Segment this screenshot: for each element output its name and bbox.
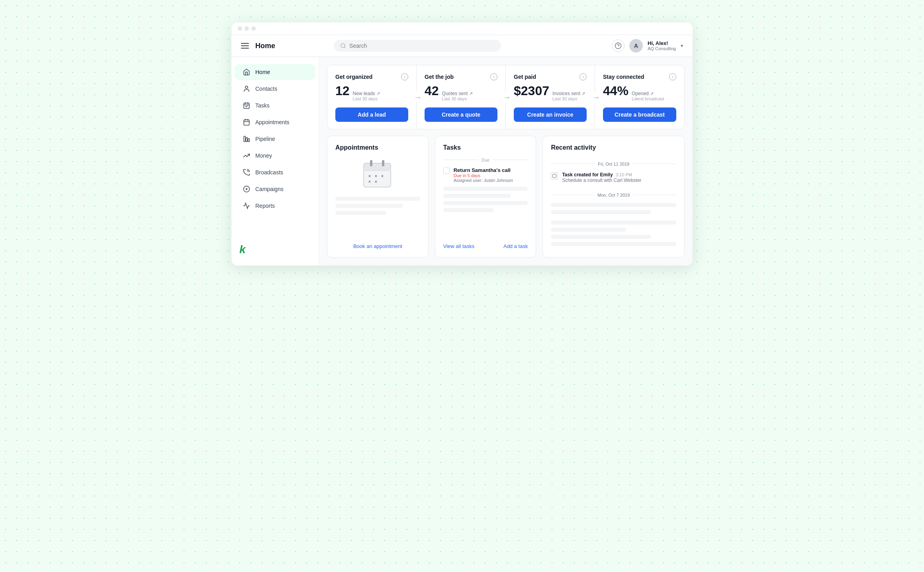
user-name: Hi, Alex! [648,40,676,47]
user-info: Hi, Alex! AQ Consulting [648,40,676,52]
info-icon-organized[interactable]: i [401,73,408,80]
svg-rect-21 [382,160,384,166]
sidebar-label-pipeline: Pipeline [255,136,275,142]
stat-card-paid: Get paid i $2307 Invoices sent ↗ Last 30… [506,65,595,129]
skeleton-a1 [551,203,676,207]
stat-title-paid: Get paid [514,74,536,80]
activity-item-1: Task created for Emily 3:10 PM Schedule … [551,172,676,183]
hamburger-icon[interactable] [241,43,249,49]
stat-card-job: Get the job i 42 Quotes sent ↗ Last 30 d… [417,65,506,129]
svg-rect-19 [364,168,391,170]
campaigns-icon [243,185,251,193]
tasks-card-title: Tasks [443,144,528,151]
tasks-card: Tasks Due Return Samantha's call Due in … [435,136,536,258]
skeleton-a5 [551,235,651,239]
skeleton-a3 [551,221,676,225]
stat-label-organized: New leads ↗ [353,91,380,96]
sidebar-item-pipeline[interactable]: Pipeline [235,131,315,147]
appointments-card-title: Appointments [335,144,420,151]
task-due: Due in 5 days [454,173,513,178]
stats-row: Get organized i 12 New leads ↗ Last 30 d… [327,65,685,129]
info-icon-paid[interactable]: i [579,73,587,80]
activity-who-1: Task created for Emily [562,172,613,178]
create-invoice-button[interactable]: Create an invoice [514,107,587,122]
stat-number-connected: 44% [603,84,628,97]
task-assigned: Assigned user: Justin Johnson [454,178,513,183]
task-details: Return Samantha's call Due in 5 days Ass… [454,167,513,183]
svg-point-16 [246,189,247,190]
activity-card: Recent activity Fri, Oct 11 2019 Task cr… [542,136,685,258]
add-lead-button[interactable]: Add a lead [335,107,408,122]
task-checkbox[interactable] [443,168,450,174]
svg-rect-20 [370,160,372,166]
skeleton-a6 [551,242,676,246]
task-due-divider: Due [443,156,528,163]
tasks-icon [243,102,251,109]
appointments-card: Appointments × × [327,136,429,258]
sidebar-item-reports[interactable]: Reports [235,198,315,214]
stat-sublabel-paid: Last 30 days [552,96,585,101]
arrow-divider-2: → [503,92,511,103]
svg-rect-9 [244,120,249,125]
sidebar-item-appointments[interactable]: Appointments [235,114,315,130]
sidebar-label-reports: Reports [255,203,275,209]
create-broadcast-button[interactable]: Create a broadcast [603,107,676,122]
add-task-link[interactable]: Add a task [503,243,528,249]
title-bar [231,22,693,35]
sidebar-item-campaigns[interactable]: Campaigns [235,181,315,197]
skeleton-t3 [443,201,528,205]
stat-title-job: Get the job [425,74,454,80]
sidebar-label-home: Home [255,69,270,75]
stat-sublabel-job: Last 30 days [442,96,473,101]
activity-time-1: 3:10 PM [616,172,632,177]
create-quote-button[interactable]: Create a quote [425,107,497,122]
activity-text-1: Task created for Emily 3:10 PM Schedule … [562,172,641,183]
sidebar-label-appointments: Appointments [255,119,290,125]
search-icon [340,43,346,49]
search-bar [334,40,501,52]
stat-card-connected: Stay connected i 44% Opened ↗ Latest bro… [595,65,684,129]
bottom-row: Appointments × × [327,136,685,258]
view-all-tasks-link[interactable]: View all tasks [443,243,475,249]
skeleton-a2 [551,210,651,214]
sidebar-item-tasks[interactable]: Tasks [235,98,315,113]
pipeline-icon [243,135,251,143]
avatar: A [629,39,643,53]
stat-label-connected: Opened ↗ [632,91,664,96]
info-icon-job[interactable]: i [490,73,497,80]
home-icon [243,68,251,76]
stat-card-organized: Get organized i 12 New leads ↗ Last 30 d… [327,65,417,129]
tasks-card-footer: View all tasks Add a task [443,239,528,249]
sidebar-item-broadcasts[interactable]: Broadcasts [235,164,315,180]
svg-text:×: × [368,180,371,184]
stat-number-organized: 12 [335,84,350,97]
book-appointment-link[interactable]: Book an appointment [353,243,402,249]
activity-desc-1: Schedule a consult with Carl Webster [562,178,641,183]
arrow-divider-1: → [414,92,422,103]
sidebar-item-home[interactable]: Home [235,64,315,80]
stat-sublabel-connected: Latest broadcast [632,96,664,101]
skeleton-3 [335,211,386,215]
support-icon[interactable] [612,39,624,52]
svg-text:×: × [375,180,377,184]
skeleton-t1 [443,187,528,191]
svg-text:×: × [375,174,377,178]
info-icon-connected[interactable]: i [669,73,676,80]
task-item: Return Samantha's call Due in 5 days Ass… [443,167,528,183]
sidebar-item-contacts[interactable]: Contacts [235,81,315,97]
user-menu-chevron[interactable]: ▾ [681,43,683,49]
sidebar-item-money[interactable]: Money [235,148,315,164]
stat-label-job: Quotes sent ↗ [442,91,473,96]
svg-text:×: × [368,174,371,178]
appointments-card-footer: Book an appointment [335,238,420,249]
skeleton-1 [335,197,420,201]
task-name: Return Samantha's call [454,167,513,173]
svg-point-4 [245,86,248,88]
skeleton-2 [335,204,403,208]
search-input[interactable] [349,43,495,49]
stat-number-paid: $2307 [514,84,549,97]
appointments-image: × × × × × [335,156,420,192]
stat-sublabel-organized: Last 30 days [353,96,380,101]
calendar-illustration: × × × × × [360,156,395,192]
svg-rect-15 [248,139,250,142]
